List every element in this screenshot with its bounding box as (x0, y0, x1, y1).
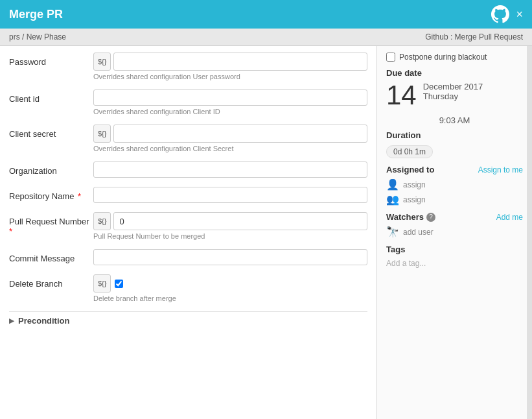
person-icon-2: 👥 (386, 193, 399, 206)
postpone-row: Postpone during blackout (386, 53, 523, 62)
delete-branch-label: Delete Branch (9, 274, 93, 289)
password-var-btn[interactable]: ${} (93, 53, 111, 71)
client-secret-input-group: ${} (93, 125, 367, 143)
precondition-label: Precondition (18, 316, 69, 326)
assigned-section: Assigned to Assign to me 👤 assign 👥 assi… (386, 165, 523, 206)
commit-message-input[interactable] (93, 249, 367, 265)
pull-request-number-row: Pull Request Number * ${} Pull Request N… (9, 212, 367, 240)
organization-label: Organization (9, 162, 93, 176)
tags-section: Tags Add a tag... (386, 245, 523, 268)
password-input[interactable] (113, 53, 367, 71)
sidebar-panel: Postpone during blackout Due date 14 Dec… (376, 46, 532, 419)
delete-branch-field-wrap: ${} Delete branch after merge (93, 274, 367, 302)
pull-request-number-label: Pull Request Number * (9, 212, 93, 236)
assign-text-2[interactable]: assign (403, 195, 426, 204)
commit-message-row: Commit Message (9, 249, 367, 265)
pr-required-star: * (9, 226, 12, 236)
delete-branch-input-group: ${} (93, 274, 367, 293)
precondition-chevron-icon: ▶ (9, 317, 14, 324)
organization-row: Organization (9, 162, 367, 178)
due-date-day: 14 (386, 82, 417, 109)
duration-value: 0d 0h 1m (386, 145, 433, 158)
close-button[interactable]: × (516, 8, 523, 20)
watchers-title-wrap: Watchers ? (386, 212, 435, 222)
delete-branch-checkbox[interactable] (115, 280, 123, 288)
due-date-info: December 2017 Thursday (423, 82, 483, 101)
watchers-header: Watchers ? Add me (386, 212, 523, 222)
form-panel: Password ${} Overrides shared configurat… (0, 46, 376, 419)
due-date-month-year: December 2017 (423, 82, 483, 91)
assign-text-1[interactable]: assign (403, 180, 426, 189)
breadcrumb-bar: prs / New Phase Github : Merge Pull Requ… (0, 29, 532, 46)
delete-branch-var-btn[interactable]: ${} (93, 274, 111, 293)
due-date-time: 9:03 AM (386, 115, 523, 125)
client-secret-input[interactable] (113, 125, 367, 143)
precondition-section[interactable]: ▶ Precondition (9, 311, 367, 329)
client-id-hint: Overrides shared configuration Client ID (93, 108, 367, 115)
password-label: Password (9, 53, 93, 67)
due-date-weekday: Thursday (423, 91, 483, 101)
github-icon (491, 5, 509, 23)
person-icon-1: 👤 (386, 178, 399, 191)
delete-branch-hint: Delete branch after merge (93, 294, 367, 302)
repository-name-field-wrap (93, 187, 367, 203)
password-hint: Overrides shared configuration User pass… (93, 73, 367, 80)
repository-name-input[interactable] (93, 187, 367, 203)
assign-row-2: 👥 assign (386, 193, 523, 206)
due-date-block: 14 December 2017 Thursday (386, 82, 523, 109)
binoculars-icon: 🔭 (386, 226, 399, 238)
organization-input[interactable] (93, 162, 367, 178)
client-id-input[interactable] (93, 90, 367, 106)
assign-row-1: 👤 assign (386, 178, 523, 191)
assign-header: Assigned to Assign to me (386, 165, 523, 174)
assign-to-me-link[interactable]: Assign to me (478, 165, 523, 174)
postpone-label: Postpone during blackout (399, 53, 487, 62)
add-me-link[interactable]: Add me (496, 213, 523, 222)
client-secret-label: Client secret (9, 125, 93, 139)
repository-name-row: Repository Name * (9, 187, 367, 203)
postpone-checkbox[interactable] (386, 53, 395, 62)
header-right: × (491, 5, 523, 23)
organization-field-wrap (93, 162, 367, 178)
main-content: Password ${} Overrides shared configurat… (0, 46, 532, 419)
modal-title: Merge PR (9, 8, 63, 21)
pr-input-group: ${} (93, 212, 367, 230)
client-secret-row: Client secret ${} Overrides shared confi… (9, 125, 367, 152)
watcher-row: 🔭 add user (386, 226, 523, 238)
watchers-label: Watchers (386, 212, 424, 222)
pull-request-number-field-wrap: ${} Pull Request Number to be merged (93, 212, 367, 240)
breadcrumb-path: prs / New Phase (9, 32, 66, 42)
duration-block: Duration 0d 0h 1m (386, 130, 523, 158)
delete-branch-row: Delete Branch ${} Delete branch after me… (9, 274, 367, 302)
tags-label: Tags (386, 245, 523, 254)
client-id-label: Client id (9, 90, 93, 104)
watchers-section: Watchers ? Add me 🔭 add user (386, 212, 523, 238)
duration-label: Duration (386, 130, 523, 140)
repository-required-star: * (75, 191, 81, 201)
password-input-group: ${} (93, 53, 367, 71)
breadcrumb-right: Github : Merge Pull Request (425, 32, 523, 42)
pr-var-btn[interactable]: ${} (93, 212, 111, 230)
modal-header: Merge PR × (0, 0, 532, 29)
commit-message-label: Commit Message (9, 249, 93, 263)
assigned-to-label: Assigned to (386, 165, 434, 174)
password-row: Password ${} Overrides shared configurat… (9, 53, 367, 80)
sidebar-scrollbar[interactable] (527, 46, 532, 419)
client-id-row: Client id Overrides shared configuration… (9, 90, 367, 115)
commit-message-field-wrap (93, 249, 367, 265)
client-secret-field-wrap: ${} Overrides shared configuration Clien… (93, 125, 367, 152)
watchers-help-icon[interactable]: ? (426, 213, 435, 222)
pr-hint: Pull Request Number to be merged (93, 232, 367, 240)
add-user-text[interactable]: add user (403, 228, 434, 237)
client-id-field-wrap: Overrides shared configuration Client ID (93, 90, 367, 115)
add-tag-text[interactable]: Add a tag... (386, 259, 426, 268)
due-date-label: Due date (386, 68, 523, 78)
client-secret-hint: Overrides shared configuration Client Se… (93, 145, 367, 152)
password-field-wrap: ${} Overrides shared configuration User … (93, 53, 367, 80)
pull-request-number-input[interactable] (113, 212, 367, 230)
client-secret-var-btn[interactable]: ${} (93, 125, 111, 143)
repository-name-label: Repository Name * (9, 187, 93, 201)
